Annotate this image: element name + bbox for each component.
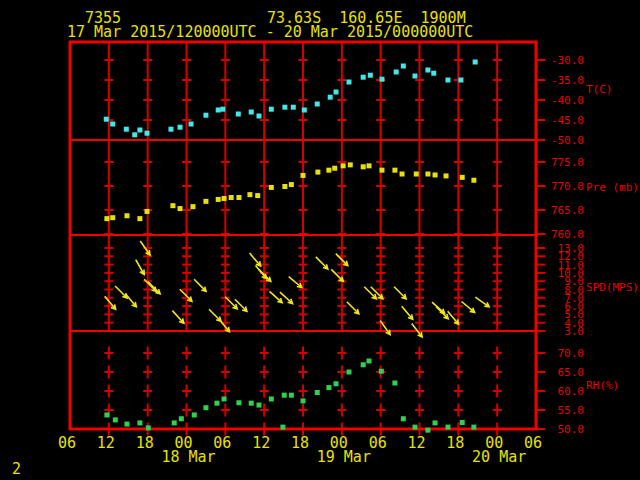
temp-data-point [334, 90, 339, 95]
rh-data-point [392, 381, 397, 386]
rh-data-point [401, 416, 406, 421]
pressure-data-point [315, 170, 320, 175]
wind-arrow [432, 302, 445, 313]
pressure-axis-title: Pre (mb) [586, 182, 639, 193]
rh-data-point [289, 393, 294, 398]
pressure-data-point [229, 195, 234, 200]
pressure-data-point [361, 164, 366, 169]
rh-data-point [471, 425, 476, 430]
page-number: 2 [12, 462, 21, 477]
pressure-data-point [247, 192, 252, 197]
temp-data-point [473, 60, 478, 65]
pressure-data-point [222, 196, 227, 201]
pressure-data-point [460, 175, 465, 180]
wind-arrow [380, 321, 390, 335]
time-period: 17 Mar 2015/120000UTC - 20 Mar 2015/0000… [67, 25, 473, 40]
pressure-data-point [341, 163, 346, 168]
temp-data-point [168, 127, 173, 132]
y-tick-label: 770.0 [544, 181, 584, 192]
pressure-data-point [414, 172, 419, 177]
y-tick-label: -30.0 [544, 55, 584, 66]
pressure-data-point [145, 209, 150, 214]
temp-data-point [458, 78, 463, 83]
pressure-data-point [400, 172, 405, 177]
pressure-data-point [471, 178, 476, 183]
wind-arrow [136, 260, 145, 275]
temp-data-point [178, 125, 183, 130]
pressure-data-point [104, 216, 109, 221]
temp-data-point [145, 131, 150, 136]
pressure-data-point [289, 182, 294, 187]
wind-arrow [115, 286, 127, 298]
rh-data-point [203, 405, 208, 410]
temp-data-point [220, 107, 225, 112]
rh-data-point [124, 422, 129, 427]
x-tick-label: 06 [369, 436, 387, 451]
temp-data-point [104, 117, 109, 122]
y-tick-label: -45.0 [544, 115, 584, 126]
rh-data-point [113, 417, 118, 422]
temp-axis-title: T(C) [586, 84, 613, 95]
pressure-data-point [348, 162, 353, 167]
x-date-label: 19 Mar [317, 450, 371, 465]
rh-data-point [433, 420, 438, 425]
wind-arrow [394, 287, 406, 299]
y-tick-label: 65.0 [544, 367, 584, 378]
temp-data-point [291, 105, 296, 110]
pressure-data-point [425, 172, 430, 177]
x-tick-label: 12 [407, 436, 425, 451]
rh-data-point [326, 385, 331, 390]
wind-arrow [436, 307, 448, 319]
rh-data-point [137, 420, 142, 425]
rh-data-point [301, 398, 306, 403]
wind-arrow [402, 306, 413, 319]
wind-arrow [194, 279, 206, 291]
temp-data-point [124, 127, 129, 132]
rh-data-point [367, 358, 372, 363]
rh-data-point [282, 393, 287, 398]
pressure-data-point [190, 204, 195, 209]
rh-data-point [269, 396, 274, 401]
temp-data-point [269, 107, 274, 112]
rh-data-point [361, 362, 366, 367]
temp-data-point [110, 122, 115, 127]
temp-data-point [346, 80, 351, 85]
rh-data-point [425, 428, 430, 433]
x-tick-label: 18 [291, 436, 309, 451]
temp-data-point [216, 108, 221, 113]
pressure-data-point [433, 172, 438, 177]
pressure-data-point [269, 185, 274, 190]
x-tick-label: 06 [213, 436, 231, 451]
pressure-data-point [282, 184, 287, 189]
wind-axis-title: SPD(MPS) [586, 282, 639, 293]
wind-arrow [448, 311, 459, 324]
x-tick-label: 18 [136, 436, 154, 451]
y-tick-label: -50.0 [544, 135, 584, 146]
temp-data-point [315, 102, 320, 107]
wind-arrow [316, 257, 328, 269]
temp-data-point [189, 122, 194, 127]
pressure-data-point [170, 203, 175, 208]
wind-arrow [172, 311, 183, 324]
rh-data-point [334, 381, 339, 386]
wind-arrow [364, 287, 376, 299]
pressure-data-point [124, 213, 129, 218]
temp-data-point [361, 75, 366, 80]
x-tick-label: 12 [252, 436, 270, 451]
y-tick-label: 775.0 [544, 157, 584, 168]
rh-data-point [104, 412, 109, 417]
temp-data-point [425, 68, 430, 73]
rh-data-point [214, 401, 219, 406]
rh-data-point [236, 400, 241, 405]
rh-data-point [412, 425, 417, 430]
pressure-data-point [392, 168, 397, 173]
rh-data-point [256, 403, 261, 408]
pressure-data-point [137, 216, 142, 221]
temp-data-point [203, 113, 208, 118]
rh-data-point [346, 370, 351, 375]
x-tick-label: 12 [97, 436, 115, 451]
temp-data-point [137, 128, 142, 133]
pressure-data-point [379, 168, 384, 173]
temp-data-point [256, 114, 261, 119]
rh-data-point [146, 425, 151, 430]
